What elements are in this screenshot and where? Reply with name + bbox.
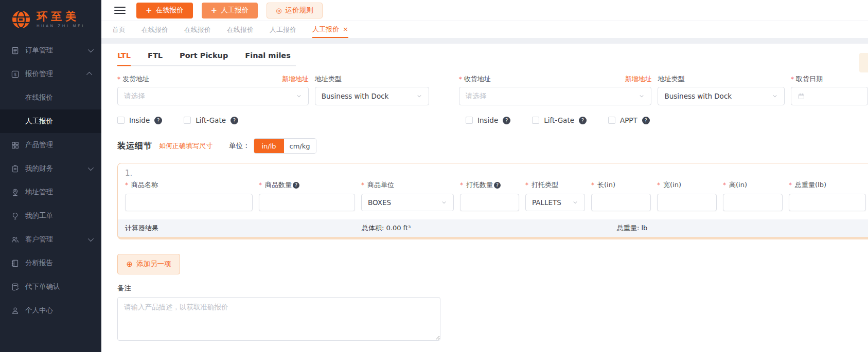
checkbox-icon[interactable]	[184, 117, 191, 124]
hamburger-menu-icon[interactable]	[114, 7, 126, 14]
delivery-address-label: 收货地址	[464, 75, 491, 84]
help-icon[interactable]: ?	[154, 117, 162, 124]
required-mark: *	[117, 76, 120, 83]
sidebar-item-tickets[interactable]: 我的工单	[0, 204, 101, 228]
length-input[interactable]	[591, 194, 651, 211]
delivery-add-address-link[interactable]: 新增地址	[625, 75, 651, 84]
pickup-address-type-select[interactable]: Business with Dock	[315, 87, 429, 105]
sidebar-item-quotes[interactable]: $ 报价管理	[0, 62, 101, 86]
tab-final-miles[interactable]: Final miles	[245, 51, 291, 65]
dimension-help-link[interactable]: 如何正确填写尺寸	[159, 141, 212, 151]
sidebar-item-manual-quote[interactable]: 人工报价	[0, 109, 101, 133]
checkbox-icon[interactable]	[466, 117, 473, 124]
unit-inlb-button[interactable]: in/lb	[254, 139, 284, 153]
height-input[interactable]	[723, 194, 783, 211]
tab-online-quote-1[interactable]: 在线报价	[141, 21, 168, 38]
cargo-item-card: 1. *商品名称 *商品数量? *商品单位	[117, 163, 868, 239]
sidebar-item-online-quote[interactable]: 在线报价	[0, 86, 101, 109]
manual-quote-button-label: 人工报价	[221, 6, 249, 15]
tab-home[interactable]: 首页	[112, 21, 126, 38]
width-input[interactable]	[657, 194, 717, 211]
tab-ftl[interactable]: FTL	[148, 51, 163, 65]
floating-side-widget[interactable]	[859, 53, 868, 72]
help-icon[interactable]: ?	[642, 117, 650, 124]
help-icon[interactable]: ?	[494, 182, 501, 189]
pickup-liftgate-checkbox[interactable]: Lift-Gate ?	[184, 116, 238, 124]
required-mark: *	[125, 181, 128, 189]
unit-label: 单位：	[229, 141, 250, 151]
logo-subtitle: HUAN ZHI MEI	[37, 24, 85, 28]
sidebar-item-label: 个人中心	[25, 306, 53, 315]
sidebar-item-order-confirm[interactable]: 代下单确认	[0, 275, 101, 299]
checkbox-icon[interactable]	[532, 117, 539, 124]
globe-logo-icon	[10, 9, 32, 30]
checkbox-label: Lift-Gate	[196, 116, 226, 124]
tab-ltl[interactable]: LTL	[117, 51, 131, 65]
checkbox-icon[interactable]	[117, 117, 125, 124]
total-weight-value: 总重量: lb	[617, 224, 868, 233]
product-qty-input[interactable]	[259, 194, 355, 211]
logo-title: 环至美	[37, 10, 85, 23]
rate-rules-button-label: 运价规则	[286, 6, 313, 15]
rate-rules-button[interactable]: ◎ 运价规则	[267, 3, 322, 18]
help-icon[interactable]: ?	[503, 117, 510, 124]
pallet-type-select[interactable]: PALLETS	[525, 194, 585, 211]
tab-manual-quote-1[interactable]: 人工报价	[270, 21, 296, 38]
product-unit-select[interactable]: BOXES	[361, 194, 454, 211]
tab-online-quote-2[interactable]: 在线报价	[184, 21, 211, 38]
ticket-icon	[11, 212, 20, 220]
pickup-inside-checkbox[interactable]: Inside ?	[117, 116, 162, 124]
pallet-qty-input[interactable]	[460, 194, 519, 211]
logo: 环至美 HUAN ZHI MEI	[0, 0, 101, 39]
checkbox-label: Inside	[477, 116, 498, 124]
address-row: * 发货地址 新增地址 请选择 地址类型 Business with Dock	[117, 74, 868, 105]
product-name-input[interactable]	[125, 194, 253, 211]
svg-text:$: $	[14, 71, 17, 77]
pickup-address-label: 发货地址	[122, 75, 149, 84]
sidebar-item-orders[interactable]: 订单管理	[0, 39, 101, 62]
sidebar-item-profile[interactable]: 个人中心	[0, 299, 101, 322]
chevron-down-icon	[441, 199, 447, 206]
manual-quote-button[interactable]: + 人工报价	[202, 3, 258, 18]
help-icon[interactable]: ?	[231, 117, 238, 124]
sidebar-item-finance[interactable]: 我的财务	[0, 157, 101, 180]
sidebar-item-label: 订单管理	[25, 46, 53, 55]
report-icon	[11, 259, 20, 268]
delivery-appt-checkbox[interactable]: APPT ?	[608, 116, 650, 124]
chevron-down-icon	[88, 236, 94, 242]
sidebar-item-addresses[interactable]: 地址管理	[0, 180, 101, 204]
delivery-address-select[interactable]: 请选择	[459, 87, 652, 105]
required-mark: *	[591, 181, 594, 189]
help-icon[interactable]: ?	[579, 117, 587, 124]
product-qty-label: 商品数量	[265, 180, 292, 190]
add-another-item-button[interactable]: ⊕ 添加另一项	[117, 254, 180, 274]
tab-online-quote-3[interactable]: 在线报价	[227, 21, 254, 38]
confirm-icon	[11, 283, 20, 291]
checkbox-icon[interactable]	[608, 117, 615, 124]
delivery-liftgate-checkbox[interactable]: Lift-Gate ?	[532, 116, 587, 124]
close-icon[interactable]: ×	[343, 26, 348, 32]
sidebar-item-products[interactable]: 产品管理	[0, 133, 101, 157]
required-mark: *	[657, 181, 660, 189]
tab-manual-quote-active[interactable]: 人工报价 ×	[312, 21, 348, 38]
sidebar-item-reports[interactable]: 分析报告	[0, 251, 101, 275]
help-icon[interactable]: ?	[293, 182, 299, 189]
pickup-date-input[interactable]	[791, 87, 868, 105]
pickup-date-label: 取货日期	[796, 75, 823, 84]
total-volume-value: 总体积: 0.00 ft³	[362, 224, 617, 233]
total-weight-input[interactable]	[789, 194, 866, 211]
online-quote-button[interactable]: + 在线报价	[136, 3, 193, 18]
remark-textarea[interactable]	[117, 297, 440, 341]
tab-port-pickup[interactable]: Port Pickup	[180, 51, 228, 65]
calculator-result-label: 计算器结果	[125, 224, 362, 233]
delivery-inside-checkbox[interactable]: Inside ?	[466, 116, 510, 124]
pickup-address-select[interactable]: 请选择	[117, 87, 309, 105]
manual-quote-form: LTL FTL Port Pickup Final miles * 发货地址 新…	[101, 44, 868, 352]
sidebar-item-label: 我的财务	[25, 164, 53, 173]
unit-cmkg-button[interactable]: cm/kg	[284, 139, 316, 153]
required-mark: *	[789, 181, 792, 189]
pickup-add-address-link[interactable]: 新增地址	[282, 75, 309, 84]
sidebar-item-customers[interactable]: 客户管理	[0, 228, 101, 251]
delivery-address-type-select[interactable]: Business with Dock	[658, 87, 785, 105]
sidebar-item-label: 我的工单	[25, 211, 53, 220]
